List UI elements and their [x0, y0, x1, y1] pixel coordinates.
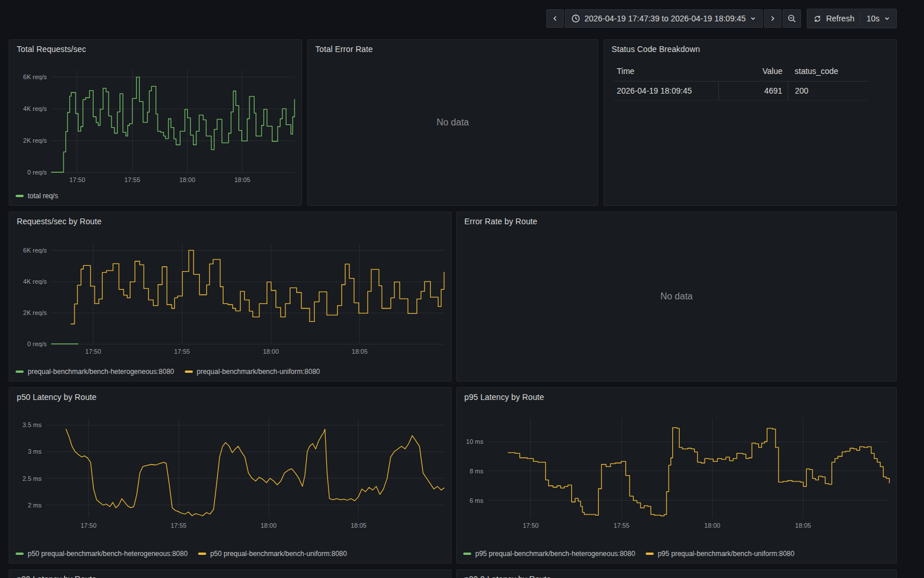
svg-text:4K req/s: 4K req/s [23, 278, 47, 285]
svg-text:2.5 ms: 2.5 ms [23, 475, 42, 482]
panel-title: p99 Latency by Route [17, 575, 96, 578]
legend-item[interactable]: p50 prequal-benchmark/bench-heterogeneou… [16, 550, 188, 558]
refresh-interval-label: 10s [866, 14, 880, 23]
column-header-status-code[interactable]: status_code [788, 62, 869, 81]
svg-text:18:00: 18:00 [705, 522, 721, 529]
svg-text:17:55: 17:55 [124, 176, 140, 183]
panel-p999-latency[interactable]: p99.9 Latency by Route [456, 569, 897, 578]
panel-title: p99.9 Latency by Route [464, 575, 551, 578]
refresh-icon [813, 14, 822, 23]
svg-text:18:00: 18:00 [179, 176, 195, 183]
legend-label: p95 prequal-benchmark/bench-heterogeneou… [475, 550, 635, 558]
svg-text:18:00: 18:00 [260, 522, 277, 529]
legend-label: total req/s [28, 192, 58, 200]
panel-requests-by-route[interactable]: Requests/sec by Route 17:5017:5518:0018:… [9, 212, 452, 381]
time-shift-back-button[interactable] [546, 9, 564, 28]
series-color-dash [16, 553, 24, 555]
legend-label: prequal-benchmark/bench-heterogeneous:80… [28, 368, 174, 376]
clock-icon [571, 14, 580, 23]
cell-time: 2026-04-19 18:09:45 [613, 81, 718, 100]
refresh-interval-button[interactable]: 10s [860, 9, 896, 28]
refresh-button[interactable]: Refresh [807, 9, 860, 28]
zoom-out-button[interactable] [783, 9, 801, 28]
svg-text:8 ms: 8 ms [470, 468, 483, 475]
panel-total-error-rate[interactable]: Total Error Rate No data [307, 39, 598, 206]
svg-text:2K req/s: 2K req/s [23, 309, 47, 316]
time-range-button[interactable]: 2026-04-19 17:47:39 to 2026-04-19 18:09:… [565, 9, 763, 28]
table-row: 2026-04-19 18:09:45 4691 200 [613, 81, 869, 100]
legend-item[interactable]: p95 prequal-benchmark/bench-uniform:8080 [646, 550, 795, 558]
svg-text:18:05: 18:05 [234, 176, 251, 183]
svg-text:0 req/s: 0 req/s [27, 340, 47, 347]
chart-legend: p50 prequal-benchmark/bench-heterogeneou… [16, 550, 347, 558]
series-color-dash [198, 553, 206, 555]
series-color-dash [16, 370, 24, 373]
refresh-group: Refresh 10s [807, 9, 897, 28]
series-color-dash [185, 370, 193, 373]
chart-legend: p95 prequal-benchmark/bench-heterogeneou… [463, 550, 795, 558]
svg-text:18:05: 18:05 [795, 522, 811, 529]
panel-title: p95 Latency by Route [464, 392, 544, 402]
panel-p50-latency[interactable]: p50 Latency by Route 17:5017:5518:0018:0… [9, 387, 452, 564]
legend-label: p95 prequal-benchmark/bench-uniform:8080 [658, 550, 795, 558]
legend-item[interactable]: p95 prequal-benchmark/bench-heterogeneou… [463, 550, 635, 558]
svg-text:18:00: 18:00 [263, 348, 279, 355]
panel-title: Total Requests/sec [17, 45, 86, 54]
svg-text:6 ms: 6 ms [470, 497, 483, 504]
table-header-row: Time Value status_code [613, 62, 869, 81]
svg-text:17:50: 17:50 [80, 522, 96, 529]
column-header-time[interactable]: Time [613, 62, 718, 81]
chevron-right-icon [769, 14, 777, 23]
p95-latency-chart[interactable]: 17:5017:5518:0018:056 ms8 ms10 ms [457, 388, 896, 563]
p50-latency-chart[interactable]: 17:5017:5518:0018:052 ms2.5 ms3 ms3.5 ms [9, 388, 451, 563]
svg-text:6K req/s: 6K req/s [23, 247, 47, 254]
legend-item[interactable]: p50 prequal-benchmark/bench-uniform:8080 [198, 550, 347, 558]
panel-title: p50 Latency by Route [17, 392, 96, 402]
requests-by-route-chart[interactable]: 17:5017:5518:0018:050 req/s2K req/s4K re… [9, 212, 451, 381]
panel-title: Requests/sec by Route [17, 217, 102, 226]
panel-p99-latency[interactable]: p99 Latency by Route [9, 569, 452, 578]
cell-status-code: 200 [788, 81, 869, 100]
chevron-down-icon [750, 15, 757, 22]
column-header-value[interactable]: Value [718, 62, 788, 81]
chevron-left-icon [551, 14, 559, 23]
panel-title: Status Code Breakdown [612, 45, 700, 54]
time-range-label: 2026-04-19 17:47:39 to 2026-04-19 18:09:… [584, 14, 746, 23]
svg-text:17:55: 17:55 [613, 522, 629, 529]
svg-text:17:55: 17:55 [174, 348, 190, 355]
panel-error-rate-by-route[interactable]: Error Rate by Route No data [456, 212, 897, 381]
time-picker-group: 2026-04-19 17:47:39 to 2026-04-19 18:09:… [546, 9, 801, 28]
legend-item[interactable]: prequal-benchmark/bench-heterogeneous:80… [16, 368, 174, 376]
svg-text:2K req/s: 2K req/s [23, 137, 47, 144]
panel-title: Error Rate by Route [464, 217, 537, 226]
panel-total-requests-sec[interactable]: Total Requests/sec 17:5017:5518:0018:050… [9, 39, 302, 206]
svg-text:17:50: 17:50 [85, 348, 102, 355]
panel-p95-latency[interactable]: p95 Latency by Route 17:5017:5518:0018:0… [456, 387, 897, 564]
svg-text:2 ms: 2 ms [28, 502, 42, 509]
svg-text:17:55: 17:55 [170, 522, 187, 529]
svg-text:6K req/s: 6K req/s [23, 73, 47, 80]
dashboard-toolbar: 2026-04-19 17:47:39 to 2026-04-19 18:09:… [546, 9, 897, 28]
svg-text:3 ms: 3 ms [28, 448, 42, 455]
refresh-label: Refresh [826, 14, 854, 23]
legend-item[interactable]: total req/s [16, 192, 58, 200]
series-color-dash [16, 195, 24, 197]
panel-status-code-breakdown[interactable]: Status Code Breakdown Time Value status_… [603, 39, 897, 206]
chart-legend: prequal-benchmark/bench-heterogeneous:80… [16, 368, 320, 376]
series-color-dash [646, 553, 654, 555]
svg-text:17:50: 17:50 [69, 176, 85, 183]
svg-text:10 ms: 10 ms [466, 438, 483, 445]
no-data-message: No data [308, 40, 598, 205]
svg-text:0 req/s: 0 req/s [27, 169, 47, 176]
chart-legend: total req/s [16, 192, 58, 200]
svg-text:17:50: 17:50 [523, 522, 539, 529]
svg-text:18:05: 18:05 [351, 522, 367, 529]
legend-label: prequal-benchmark/bench-uniform:8080 [197, 368, 320, 376]
legend-item[interactable]: prequal-benchmark/bench-uniform:8080 [185, 368, 320, 376]
cell-value: 4691 [718, 81, 788, 100]
time-shift-forward-button[interactable] [764, 9, 781, 28]
total-requests-chart[interactable]: 17:5017:5518:0018:050 req/s2K req/s4K re… [9, 40, 301, 205]
series-color-dash [463, 553, 471, 555]
status-code-table: Time Value status_code 2026-04-19 18:09:… [613, 62, 869, 101]
zoom-out-icon [787, 14, 796, 23]
